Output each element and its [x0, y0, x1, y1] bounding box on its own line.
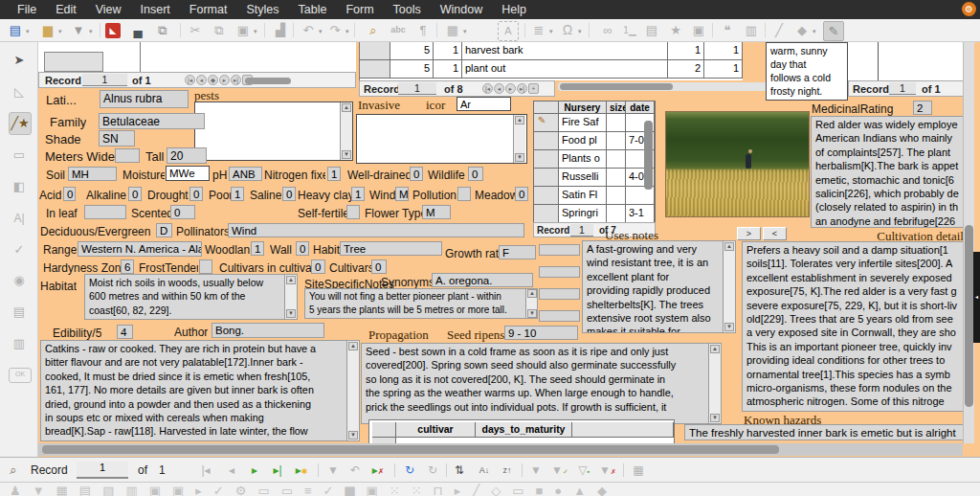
- fontwork-icon[interactable]: ★: [666, 21, 685, 39]
- menu-form[interactable]: Form: [336, 3, 383, 16]
- menu-tools[interactable]: Tools: [384, 3, 431, 16]
- list-box-icon[interactable]: ▤: [9, 302, 30, 323]
- grid-cell[interactable]: [607, 169, 626, 187]
- open-folder-icon[interactable]: ▆: [38, 21, 57, 39]
- uses-notes-scrollbar[interactable]: ▲▼: [723, 241, 735, 332]
- pests-scrollbar[interactable]: ▲▼: [340, 102, 352, 160]
- pollinators-field[interactable]: Wind: [228, 223, 524, 237]
- menu-styles[interactable]: Styles: [236, 3, 288, 16]
- redo-icon[interactable]: ↷: [325, 21, 345, 39]
- check-icon[interactable]: ✓: [213, 483, 224, 496]
- paste-dropdown-icon[interactable]: ▾: [254, 28, 257, 35]
- habitat-scrollbar[interactable]: ▲▼: [284, 275, 297, 319]
- family-field[interactable]: Betulaceae: [99, 113, 205, 129]
- print-icon[interactable]: ▄: [128, 21, 147, 39]
- grid-cell[interactable]: [607, 205, 626, 223]
- grid-cell[interactable]: 5: [390, 60, 434, 79]
- meters-wide-field[interactable]: [115, 148, 140, 163]
- insert-line-icon[interactable]: ╱: [769, 21, 789, 39]
- alkaline-field[interactable]: 0: [128, 187, 142, 201]
- connector-icon[interactable]: ╱: [472, 483, 479, 496]
- hardiness-zone-field[interactable]: 6: [121, 259, 134, 274]
- range-field[interactable]: Western N. America - Alas: [78, 241, 202, 257]
- active-row-pencil-icon[interactable]: ✎: [534, 114, 559, 132]
- panel-show-button[interactable]: ◂: [973, 252, 980, 343]
- shape-icon[interactable]: ◇: [491, 483, 501, 496]
- last-record-icon[interactable]: ▸|: [268, 462, 287, 479]
- push-button-icon[interactable]: OK: [9, 368, 32, 383]
- frame-icon[interactable]: ▣: [367, 483, 378, 496]
- update-gear-icon[interactable]: ⚙: [962, 2, 976, 16]
- check-box-icon[interactable]: ✓: [9, 239, 30, 260]
- document-v-scrollbar[interactable]: [963, 42, 974, 443]
- latin-name-field[interactable]: Alnus rubra: [100, 90, 189, 108]
- medicinal-text-box[interactable]: Red alder was widely employe American In…: [811, 116, 965, 228]
- nitrogen-fixer-field[interactable]: 1: [327, 167, 341, 181]
- row-header-cell[interactable]: [534, 150, 559, 169]
- grid-cell[interactable]: [607, 114, 626, 132]
- undo-icon[interactable]: ↶: [299, 21, 318, 39]
- next-record-icon[interactable]: ▸: [245, 462, 264, 479]
- label-field-icon[interactable]: ◧: [9, 176, 30, 197]
- small-empty-field[interactable]: [539, 310, 580, 322]
- row-header-cell[interactable]: [360, 60, 390, 79]
- site-notes-scrollbar[interactable]: ▲▼: [525, 289, 537, 318]
- design-mode-icon[interactable]: ◺: [9, 81, 30, 102]
- well-drained-field[interactable]: 0: [410, 167, 423, 181]
- h-scrollbar[interactable]: [558, 82, 770, 91]
- hyperlink-icon[interactable]: ∞: [598, 21, 617, 39]
- h-scrollbar-thumb[interactable]: [245, 78, 291, 84]
- h-scrollbar-thumb[interactable]: [560, 83, 673, 90]
- table-icon[interactable]: ▦: [56, 483, 68, 496]
- column-header[interactable]: days_to_maturity: [476, 422, 572, 438]
- footer-icon[interactable]: ▤: [642, 21, 661, 39]
- find-replace-icon[interactable]: ⌕: [364, 21, 383, 39]
- ph-field[interactable]: ANB: [229, 167, 262, 181]
- grid-cell[interactable]: 1: [704, 60, 743, 79]
- edibility-field[interactable]: 4: [117, 325, 133, 339]
- undo-dropdown-icon[interactable]: ▾: [319, 28, 323, 35]
- menu-table[interactable]: Table: [288, 3, 336, 16]
- refresh-icon[interactable]: ↻: [400, 462, 419, 479]
- grid-cell[interactable]: 1: [668, 42, 704, 60]
- acid-field[interactable]: 0: [63, 187, 76, 201]
- table-dropdown-icon[interactable]: ▾: [463, 28, 467, 35]
- column-header[interactable]: cultivar: [396, 422, 476, 438]
- new-document-dropdown-icon[interactable]: ▾: [26, 28, 30, 35]
- delete-record-icon[interactable]: ▸✗: [368, 462, 388, 479]
- gear-icon[interactable]: ⚙: [235, 483, 247, 496]
- shape-icon[interactable]: ▭: [512, 483, 523, 496]
- grid-cell[interactable]: Plants o: [559, 150, 607, 169]
- woodland-field[interactable]: 1: [251, 241, 264, 256]
- seed-ripens-field[interactable]: 9 - 10: [504, 326, 578, 340]
- grid-cell[interactable]: Food pl: [559, 132, 607, 150]
- frame-icon[interactable]: ▣: [689, 21, 708, 39]
- wind-field[interactable]: M: [395, 187, 409, 201]
- record-input[interactable]: 1: [889, 82, 916, 95]
- clone-formatting-icon[interactable]: ▟: [271, 21, 290, 39]
- note-text-box[interactable]: warm, sunny day that follows a cold fros…: [766, 42, 848, 101]
- cultivation-text-box[interactable]: Prefers a heavy soil and a damp situatio…: [742, 241, 969, 412]
- dots-grid-icon[interactable]: ⁙: [390, 483, 400, 496]
- grid-cell[interactable]: Satin Fl: [559, 187, 607, 205]
- control-wizard-icon[interactable]: ╱★: [9, 112, 32, 135]
- bullet-dropdown-icon[interactable]: ▾: [549, 28, 553, 35]
- combo-box-icon[interactable]: ▥: [9, 333, 30, 354]
- form-controls-icon[interactable]: ▥: [742, 21, 761, 39]
- grid-cell[interactable]: [607, 150, 626, 169]
- text-frame-icon[interactable]: A: [498, 21, 519, 41]
- redo-dropdown-icon[interactable]: ▾: [345, 28, 349, 35]
- synonyms-field[interactable]: A. oregona.: [432, 273, 533, 287]
- uses-prev-button[interactable]: <: [763, 227, 787, 240]
- find-record-icon[interactable]: ⌕: [4, 462, 23, 479]
- flower-type-field[interactable]: M: [422, 205, 451, 219]
- grid-cell[interactable]: 1: [434, 42, 462, 60]
- drought-field[interactable]: 0: [189, 187, 203, 201]
- menu-help[interactable]: Help: [492, 3, 536, 16]
- wildlife-field[interactable]: 0: [468, 167, 483, 181]
- propagation-text-box[interactable]: Seed - best sown in a cold frame as soon…: [361, 343, 722, 424]
- edibility-scrollbar[interactable]: ▲▼: [346, 341, 359, 440]
- shape-icon[interactable]: ◆: [597, 483, 607, 496]
- menu-view[interactable]: View: [86, 3, 131, 16]
- grid-cell[interactable]: 5: [390, 42, 434, 60]
